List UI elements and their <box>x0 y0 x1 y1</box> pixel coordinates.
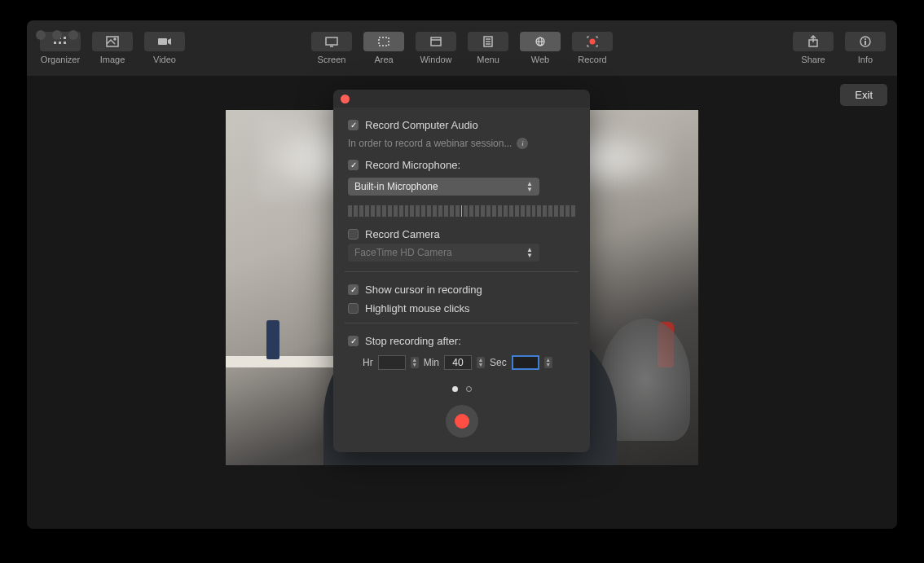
content-area: Exit Record Computer Audio In order to r… <box>27 76 897 529</box>
screen-icon <box>323 35 340 48</box>
show-cursor-label: Show cursor in recording <box>365 284 482 296</box>
web-button[interactable]: Web <box>518 32 562 64</box>
show-cursor-checkbox[interactable] <box>348 284 359 295</box>
close-window-icon[interactable] <box>36 30 46 40</box>
svg-rect-8 <box>158 38 167 45</box>
sec-stepper[interactable]: ▲▼ <box>544 357 552 368</box>
microphone-select-value: Built-in Microphone <box>354 181 438 192</box>
svg-point-22 <box>590 39 596 45</box>
sec-input[interactable] <box>512 355 539 370</box>
main-toolbar: Organizer Image Video Screen Area <box>27 20 897 76</box>
start-record-button[interactable] <box>446 405 478 438</box>
close-icon[interactable] <box>341 95 350 103</box>
stop-after-checkbox[interactable] <box>348 336 359 346</box>
divider <box>345 271 579 272</box>
window-icon <box>428 35 444 48</box>
image-label: Image <box>100 55 125 64</box>
video-icon <box>156 35 173 48</box>
area-icon <box>376 35 392 48</box>
menu-icon <box>480 35 496 48</box>
window-label: Window <box>420 55 451 64</box>
record-settings-panel: Record Computer Audio In order to record… <box>333 90 590 452</box>
video-button[interactable]: Video <box>143 32 187 64</box>
web-icon <box>532 35 548 48</box>
share-label: Share <box>801 55 825 64</box>
highlight-clicks-checkbox[interactable] <box>348 303 359 314</box>
divider <box>345 323 579 323</box>
area-label: Area <box>374 55 393 64</box>
area-button[interactable]: Area <box>362 32 406 64</box>
menu-button[interactable]: Menu <box>466 32 510 64</box>
record-camera-label: Record Camera <box>365 228 440 240</box>
svg-rect-3 <box>54 42 56 44</box>
microphone-select[interactable]: Built-in Microphone ▲▼ <box>348 178 539 196</box>
svg-rect-4 <box>59 42 61 44</box>
hr-label: Hr <box>363 357 373 368</box>
record-computer-audio-label: Record Computer Audio <box>365 119 478 131</box>
page-dot-2[interactable] <box>466 386 472 392</box>
record-microphone-checkbox[interactable] <box>348 160 359 170</box>
svg-point-26 <box>865 38 866 40</box>
organizer-label: Organizer <box>41 55 80 64</box>
record-microphone-label: Record Microphone: <box>365 159 460 171</box>
page-dot-1[interactable] <box>452 386 458 392</box>
screen-label: Screen <box>318 55 346 64</box>
record-computer-audio-checkbox[interactable] <box>348 120 359 130</box>
audio-hint-text: In order to record a webinar session... <box>348 138 512 149</box>
menu-label: Menu <box>477 55 499 64</box>
hr-input[interactable] <box>378 355 406 370</box>
record-icon <box>584 35 601 48</box>
chevron-updown-icon: ▲▼ <box>526 247 533 258</box>
svg-marker-9 <box>168 38 171 45</box>
svg-rect-10 <box>326 37 337 45</box>
info-button[interactable]: Info <box>843 32 887 64</box>
video-label: Video <box>153 55 176 64</box>
stop-after-label: Stop recording after: <box>365 335 461 347</box>
image-button[interactable]: Image <box>90 32 134 64</box>
info-icon <box>857 35 873 48</box>
svg-point-7 <box>114 38 116 40</box>
window-button[interactable]: Window <box>414 32 458 64</box>
record-toolbar-button[interactable]: Record <box>570 32 614 64</box>
app-window: Organizer Image Video Screen Area <box>27 20 897 529</box>
minimize-window-icon[interactable] <box>52 30 62 40</box>
exit-button[interactable]: Exit <box>840 84 887 106</box>
svg-rect-27 <box>865 41 866 45</box>
sec-label: Sec <box>490 357 507 368</box>
min-label: Min <box>424 357 439 368</box>
share-icon <box>805 35 821 48</box>
svg-rect-12 <box>379 37 389 46</box>
hr-stepper[interactable]: ▲▼ <box>411 357 419 368</box>
hint-info-icon[interactable]: i <box>517 138 528 149</box>
svg-rect-5 <box>64 42 66 44</box>
web-label: Web <box>531 55 549 64</box>
record-label: Record <box>578 55 606 64</box>
screen-button[interactable]: Screen <box>310 32 354 64</box>
share-button[interactable]: Share <box>791 32 835 64</box>
min-stepper[interactable]: ▲▼ <box>477 357 485 368</box>
record-dot-icon <box>455 414 469 429</box>
camera-select: FaceTime HD Camera ▲▼ <box>348 244 539 262</box>
chevron-updown-icon: ▲▼ <box>526 181 533 192</box>
image-icon <box>104 35 121 48</box>
info-label: Info <box>858 55 873 64</box>
camera-select-value: FaceTime HD Camera <box>354 247 452 258</box>
page-indicator[interactable] <box>348 386 575 392</box>
svg-rect-13 <box>431 37 441 46</box>
zoom-window-icon[interactable] <box>68 30 78 40</box>
microphone-level-meter <box>348 205 575 217</box>
panel-titlebar[interactable] <box>333 90 590 108</box>
min-input[interactable] <box>444 355 472 370</box>
highlight-clicks-label: Highlight mouse clicks <box>365 302 470 314</box>
window-traffic-lights[interactable] <box>36 30 78 40</box>
record-camera-checkbox[interactable] <box>348 229 359 240</box>
